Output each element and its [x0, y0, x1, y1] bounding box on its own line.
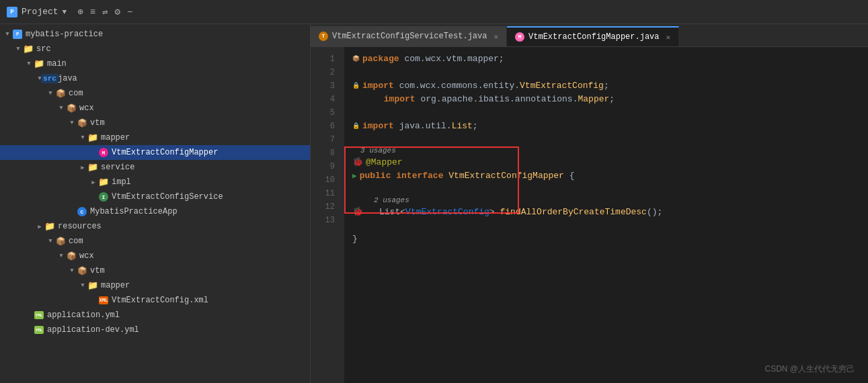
tree-item-java[interactable]: ▼srcjava: [0, 71, 310, 86]
toolbar-settings-icon[interactable]: ⚙: [115, 6, 120, 17]
tab-service-test[interactable]: T VtmExtractConfigServiceTest.java ✕: [311, 26, 507, 46]
tree-label: mapper: [101, 281, 130, 290]
project-icon: P: [7, 7, 17, 17]
tree-label: application-dev.yml: [47, 325, 139, 335]
tree-item-mybatis-practice[interactable]: ▼Pmybatis-practice: [0, 27, 310, 42]
tree-label: impl: [112, 177, 131, 187]
code-line-11: 🐞 List < VtmExtractConfig > findAllOrder…: [352, 206, 860, 219]
tree-item-service[interactable]: ▶📁service: [0, 160, 310, 175]
toolbar-add-icon[interactable]: ⊕: [77, 6, 83, 17]
tree-arrow[interactable]: ▼: [78, 282, 87, 289]
watermark: CSDN @人生代代无穷己: [764, 364, 855, 375]
toolbar-minimize-icon[interactable]: −: [127, 7, 132, 17]
tree-arrow[interactable]: ▼: [24, 60, 34, 67]
tree-icon-yml: YML: [34, 310, 44, 321]
tree-arrow[interactable]: ▼: [46, 90, 55, 97]
tab-mapper[interactable]: M VtmExtractConfigMapper.java ✕: [507, 26, 679, 46]
tree-item-src[interactable]: ▼📁src: [0, 42, 310, 56]
tree-item-main[interactable]: ▼📁main: [0, 56, 310, 71]
tree-arrow[interactable]: ▼: [56, 253, 66, 259]
code-editor[interactable]: 12345678910111213 📦 package com.wcx.vtm.…: [311, 47, 868, 383]
tree-icon-interface-green: I: [98, 192, 109, 202]
tree-arrow[interactable]: ▼: [67, 120, 77, 126]
tree-item-mybatispracticeapp[interactable]: CMybatisPracticeApp: [0, 204, 310, 219]
line-number-11: 11: [311, 187, 339, 200]
tree-icon-folder: 📁: [23, 44, 34, 54]
code-line-13: }: [352, 232, 860, 246]
editor-area: T VtmExtractConfigServiceTest.java ✕ M V…: [311, 24, 868, 383]
code-content[interactable]: 📦 package com.wcx.vtm.mapper ; 🔒 import …: [344, 47, 868, 383]
tree-item-vtmextractconfig.xml[interactable]: XMLVtmExtractConfig.xml: [0, 293, 310, 308]
annotation-mapper: @Mapper: [366, 156, 403, 169]
tree-label: java: [58, 74, 77, 83]
line-number-7: 7: [311, 133, 339, 146]
sidebar: ▼Pmybatis-practice▼📁src▼📁main▼srcjava▼📦c…: [0, 24, 311, 383]
code-line-8: 🐞 @Mapper: [352, 156, 860, 169]
tree-arrow[interactable]: ▶: [78, 164, 87, 171]
project-tree[interactable]: ▼Pmybatis-practice▼📁src▼📁main▼srcjava▼📦c…: [0, 24, 310, 383]
tree-item-mapper[interactable]: ▼📁mapper: [0, 130, 310, 145]
tree-arrow[interactable]: ▼: [46, 238, 55, 245]
tab-service-test-close[interactable]: ✕: [494, 32, 498, 41]
tree-arrow[interactable]: ▼: [78, 134, 87, 141]
tree-label: VtmExtractConfigMapper: [112, 148, 218, 157]
tree-item-vtm[interactable]: ▼📦vtm: [0, 263, 310, 278]
main-layout: ▼Pmybatis-practice▼📁src▼📁main▼srcjava▼📦c…: [0, 24, 868, 383]
tree-icon-class-blue: C: [77, 206, 87, 217]
tree-icon-folder: 📁: [98, 177, 109, 187]
tree-icon-package: 📦: [66, 251, 77, 261]
tree-item-application.yml[interactable]: YMLapplication.yml: [0, 308, 310, 323]
tree-item-wcx[interactable]: ▼📦wcx: [0, 101, 310, 116]
toolbar-split-icon[interactable]: ⇌: [102, 6, 108, 17]
tree-icon-package: 📦: [77, 265, 87, 276]
tree-item-com[interactable]: ▼📦com: [0, 86, 310, 101]
tree-icon-folder: 📁: [87, 162, 98, 173]
tree-item-impl[interactable]: ▶📁impl: [0, 175, 310, 189]
tree-label: mapper: [101, 133, 130, 142]
code-usages-2: 2 usages: [352, 195, 860, 206]
tree-arrow[interactable]: ▼: [67, 267, 77, 274]
tree-arrow[interactable]: ▼: [3, 31, 12, 38]
tree-arrow[interactable]: ▶: [35, 223, 44, 230]
tree-icon-folder: 📁: [34, 58, 44, 69]
line-number-12: 12: [311, 200, 339, 214]
title-bar-left: P Project ▼: [7, 7, 67, 17]
tree-label: service: [101, 163, 134, 172]
code-line-1: 📦 package com.wcx.vtm.mapper ;: [352, 52, 860, 66]
tree-arrow[interactable]: ▼: [56, 105, 66, 112]
tree-item-application-dev.yml[interactable]: YMLapplication-dev.yml: [0, 323, 310, 337]
tree-item-com[interactable]: ▼📦com: [0, 234, 310, 249]
tree-item-vtmextractconfigmapper[interactable]: MVtmExtractConfigMapper: [0, 145, 310, 160]
code-line-9: ▶ public interface VtmExtractConfigMappe…: [352, 169, 860, 183]
tab-mapper-label: VtmExtractConfigMapper.java: [528, 32, 659, 42]
tab-bar: T VtmExtractConfigServiceTest.java ✕ M V…: [311, 24, 868, 47]
tree-item-mapper[interactable]: ▼📁mapper: [0, 278, 310, 293]
tree-label: VtmExtractConfig.xml: [112, 296, 208, 305]
tree-icon-package: 📦: [66, 103, 77, 114]
tab-mapper-close[interactable]: ✕: [666, 33, 671, 42]
tree-arrow[interactable]: ▶: [89, 179, 98, 186]
tree-label: com: [69, 89, 83, 98]
tab-mapper-icon: M: [515, 32, 524, 42]
tree-label: application.yml: [47, 310, 120, 320]
code-line-12: [352, 219, 860, 232]
tree-arrow[interactable]: ▼: [13, 46, 23, 52]
tree-label: com: [69, 237, 83, 246]
code-line-5: [352, 106, 860, 120]
tree-label: VtmExtractConfigService: [112, 192, 223, 202]
code-line-10: [352, 183, 860, 196]
line-number-5: 5: [311, 106, 339, 120]
tab-test-icon: T: [319, 32, 328, 41]
dropdown-icon[interactable]: ▼: [63, 8, 67, 16]
tree-item-resources[interactable]: ▶📁resources: [0, 219, 310, 234]
tree-item-vtm[interactable]: ▼📦vtm: [0, 116, 310, 130]
tree-icon-yml: YML: [34, 325, 44, 335]
tree-icon-folder: 📁: [44, 221, 55, 232]
toolbar-list-icon[interactable]: ≡: [90, 7, 95, 17]
code-line-4: import org.apache.ibatis.annotations.Map…: [352, 93, 860, 106]
tree-item-vtmextractconfigservice[interactable]: IVtmExtractConfigService: [0, 189, 310, 204]
tree-item-wcx[interactable]: ▼📦wcx: [0, 249, 310, 263]
tree-label: wcx: [79, 251, 94, 261]
code-line-6: 🔒 import java.util.List ;: [352, 120, 860, 133]
line-number-9: 9: [311, 160, 339, 173]
